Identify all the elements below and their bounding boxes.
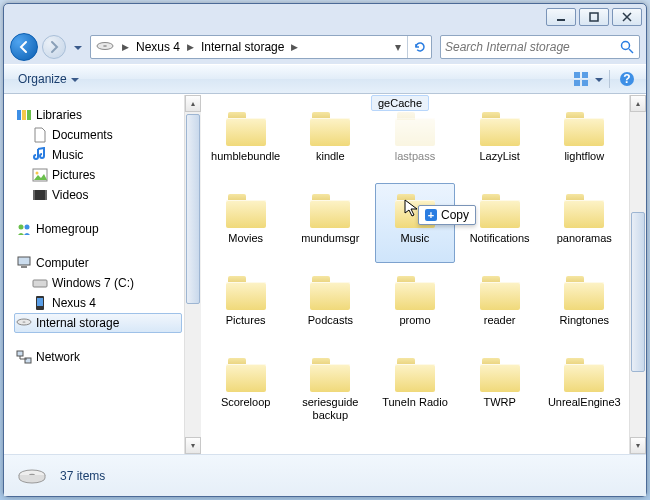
scroll-track[interactable] [185, 112, 201, 437]
folder-icon [391, 354, 439, 394]
scroll-up[interactable]: ▴ [630, 95, 646, 112]
libraries-icon [16, 107, 32, 123]
forward-button[interactable] [42, 35, 66, 59]
folder-item[interactable]: mundumsgr [290, 183, 370, 263]
scroll-thumb[interactable] [631, 212, 645, 372]
computer-node[interactable]: Computer [14, 253, 182, 273]
breadcrumb-item[interactable]: Nexus 4 [132, 36, 184, 58]
tree-label: Videos [52, 188, 88, 202]
refresh-button[interactable] [407, 36, 431, 58]
folder-icon [476, 108, 524, 148]
scroll-thumb[interactable] [186, 114, 200, 304]
folder-item[interactable]: humblebundle [206, 101, 286, 181]
crumb-separator[interactable]: ▶ [184, 42, 197, 52]
folder-item[interactable]: lightflow [544, 101, 624, 181]
svg-rect-7 [574, 80, 580, 86]
explorer-window: ▶ Nexus 4 ▶ Internal storage ▶ ▾ Organiz… [3, 3, 647, 497]
folder-item[interactable]: TWRP [460, 347, 540, 427]
folder-item[interactable]: reader [460, 265, 540, 345]
status-bar: 37 items [4, 454, 646, 496]
scroll-down[interactable]: ▾ [630, 437, 646, 454]
breadcrumb-item[interactable]: Internal storage [197, 36, 288, 58]
documents-node[interactable]: Documents [14, 125, 182, 145]
homegroup-node[interactable]: Homegroup [14, 219, 182, 239]
svg-rect-8 [582, 80, 588, 86]
nexus4-node[interactable]: Nexus 4 [14, 293, 182, 313]
tree-label: Documents [52, 128, 113, 142]
scroll-track[interactable] [630, 112, 646, 437]
tree-label: Homegroup [36, 222, 99, 236]
folder-item[interactable]: lastpass [375, 101, 455, 181]
cdrive-node[interactable]: Windows 7 (C:) [14, 273, 182, 293]
svg-rect-6 [582, 72, 588, 78]
svg-point-4 [622, 42, 630, 50]
folder-label: Movies [228, 232, 263, 245]
folder-label: mundumsgr [301, 232, 359, 245]
folder-item[interactable]: Podcasts [290, 265, 370, 345]
folder-item[interactable]: Movies [206, 183, 286, 263]
folder-item[interactable]: kindle [290, 101, 370, 181]
maximize-button[interactable] [579, 8, 609, 26]
organize-button[interactable]: Organize [12, 70, 85, 88]
folder-label: lightflow [564, 150, 604, 163]
folder-grid[interactable]: geCache humblebundlekindlelastpassLazyLi… [201, 95, 629, 454]
pictures-node[interactable]: Pictures [14, 165, 182, 185]
crumb-separator[interactable]: ▶ [119, 42, 132, 52]
body: Libraries Documents Music Pictures Video… [4, 94, 646, 454]
folder-label: TWRP [483, 396, 515, 409]
sidebar-scrollbar[interactable]: ▴ ▾ [184, 95, 201, 454]
mouse-cursor [404, 199, 422, 217]
history-dropdown[interactable] [70, 35, 86, 59]
folder-item[interactable]: TuneIn Radio [375, 347, 455, 427]
content-scrollbar[interactable]: ▴ ▾ [629, 95, 646, 454]
folder-icon [391, 272, 439, 312]
folder-icon [306, 190, 354, 230]
folder-item[interactable]: promo [375, 265, 455, 345]
folder-item[interactable]: Ringtones [544, 265, 624, 345]
view-dropdown[interactable] [595, 78, 603, 82]
scroll-up[interactable]: ▴ [185, 95, 201, 112]
network-node[interactable]: Network [14, 347, 182, 367]
svg-rect-17 [33, 190, 35, 200]
computer-group: Computer Windows 7 (C:) Nexus 4 Internal… [14, 253, 182, 333]
search-input[interactable] [445, 40, 619, 54]
folder-item[interactable]: Scoreloop [206, 347, 286, 427]
storage-icon [16, 466, 48, 486]
svg-point-19 [19, 225, 24, 230]
network-icon [16, 349, 32, 365]
folder-label: Ringtones [560, 314, 610, 327]
crumb-separator[interactable]: ▶ [288, 42, 301, 52]
address-bar[interactable]: ▶ Nexus 4 ▶ Internal storage ▶ ▾ [90, 35, 432, 59]
drive-icon [95, 37, 115, 57]
tree-label: Network [36, 350, 80, 364]
libraries-node[interactable]: Libraries [14, 105, 182, 125]
scroll-down[interactable]: ▾ [185, 437, 201, 454]
music-node[interactable]: Music [14, 145, 182, 165]
document-icon [32, 127, 48, 143]
internal-storage-node[interactable]: Internal storage [14, 313, 182, 333]
videos-node[interactable]: Videos [14, 185, 182, 205]
back-button[interactable] [10, 33, 38, 61]
folder-item[interactable]: LazyList [460, 101, 540, 181]
folder-icon [222, 272, 270, 312]
folder-item[interactable]: UnrealEngine3 [544, 347, 624, 427]
folder-item[interactable]: panoramas [544, 183, 624, 263]
view-button[interactable] [571, 68, 593, 90]
close-button[interactable] [612, 8, 642, 26]
folder-item[interactable]: seriesguide backup [290, 347, 370, 427]
svg-text:?: ? [623, 72, 630, 86]
svg-rect-23 [33, 280, 47, 287]
svg-rect-5 [574, 72, 580, 78]
address-dropdown[interactable]: ▾ [389, 40, 407, 54]
nav-tree: Libraries Documents Music Pictures Video… [4, 95, 184, 454]
help-button[interactable]: ? [616, 68, 638, 90]
tree-label: Windows 7 (C:) [52, 276, 134, 290]
drag-label: Copy [441, 208, 469, 222]
titlebar [4, 4, 646, 30]
computer-icon [16, 255, 32, 271]
minimize-button[interactable] [546, 8, 576, 26]
svg-rect-12 [22, 110, 26, 120]
search-box[interactable] [440, 35, 640, 59]
folder-icon [560, 190, 608, 230]
folder-item[interactable]: Pictures [206, 265, 286, 345]
